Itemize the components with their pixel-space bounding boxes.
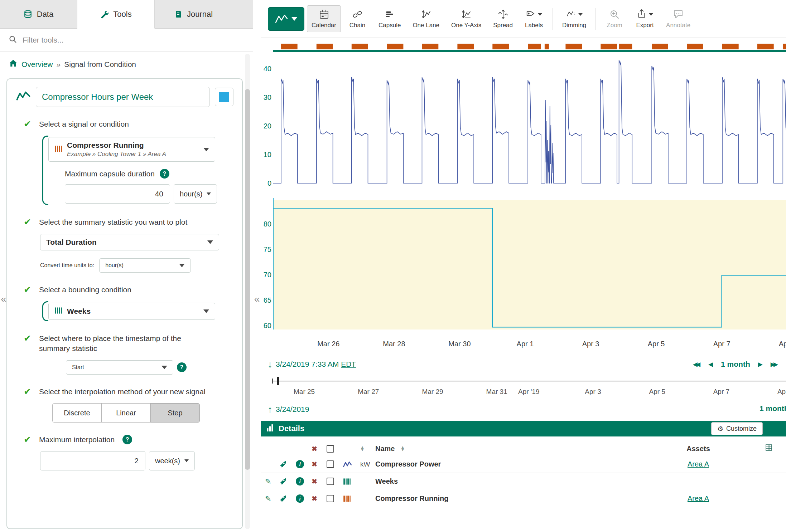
tool-title-box[interactable]: Compressor Hours per Week (36, 87, 210, 107)
table-row[interactable]: ✎ i ✖ Weeks (261, 473, 786, 490)
toolbar-spread-button[interactable]: Spread (488, 5, 517, 32)
step-back-icon[interactable]: ◀◀ (693, 361, 700, 368)
rocket-icon[interactable] (279, 477, 296, 486)
chevron-down-icon (649, 13, 653, 16)
toolbar-labels-button[interactable]: Labels (520, 5, 548, 32)
color-picker-button[interactable] (215, 88, 233, 106)
timebar-track[interactable] (272, 381, 786, 381)
check-icon: ✔ (24, 119, 31, 129)
range-duration[interactable]: 1 month (721, 360, 750, 369)
bounding-condition-select[interactable]: Weeks (48, 303, 215, 320)
convert-units-value: hour(s) (105, 262, 124, 269)
sidebar-scrollbar[interactable] (245, 54, 250, 529)
range-navigation: ◀◀ ◀ 1 month ▶ ▶▶ (693, 360, 786, 369)
max-capsule-duration-input[interactable] (65, 184, 170, 204)
tab-journal[interactable]: Journal (155, 0, 232, 28)
spread-icon (498, 9, 508, 20)
max-interpolation-unit-select[interactable]: week(s) (149, 451, 195, 470)
asset-link[interactable]: Area A (688, 494, 709, 503)
investigate-timebar[interactable]: Mar 25Mar 27Mar 29Mar 31Apr '19Apr 3Apr … (261, 376, 786, 398)
edit-icon[interactable]: ✎ (265, 477, 271, 486)
asset-link[interactable]: Area A (688, 460, 709, 468)
home-icon[interactable] (9, 59, 18, 70)
investigate-range-start[interactable]: 3/24/2019 (276, 405, 309, 414)
tab-label: Journal (187, 10, 213, 19)
item-name: Compressor Running (375, 494, 645, 503)
chevron-down-icon (578, 13, 583, 16)
info-icon[interactable]: i (296, 477, 304, 485)
column-header-name[interactable]: Name (375, 445, 395, 453)
toolbar-dimming-button[interactable]: Dimming (558, 5, 591, 32)
edit-icon[interactable]: ✎ (265, 494, 271, 503)
timestamp-position-select[interactable]: Start (66, 360, 173, 375)
remove-icon[interactable]: ✖ (312, 460, 317, 468)
table-row[interactable]: i ✖ kW Compressor Power Area A (261, 456, 786, 473)
search-input[interactable] (23, 36, 244, 44)
tab-data[interactable]: Data (0, 0, 77, 28)
help-icon[interactable]: ? (177, 362, 187, 372)
toolbar-calendar-button[interactable]: Calendar (307, 5, 341, 32)
trend-view-dropdown[interactable] (268, 7, 304, 31)
signal-select[interactable]: Compressor Running Example » Cooling Tow… (48, 137, 215, 162)
table-row[interactable]: ✎ i ✖ Compressor Running (261, 490, 786, 507)
max-capsule-unit-select[interactable]: hour(s) (174, 184, 217, 204)
info-icon[interactable]: i (296, 460, 304, 468)
timestamp-position-value: Start (72, 364, 84, 371)
help-icon[interactable]: ? (160, 169, 169, 179)
pan-forward-icon[interactable]: ▶ (758, 361, 763, 368)
breadcrumb-overview-link[interactable]: Overview (21, 60, 53, 69)
trend-chart[interactable] (261, 42, 786, 196)
collapse-sidebar-icon[interactable]: « (253, 291, 261, 307)
sort-icon[interactable]: ▲▼ (360, 446, 365, 451)
remove-icon[interactable]: ✖ (312, 477, 317, 485)
row-checkbox[interactable] (327, 478, 334, 485)
toolbar-one-yaxis-button[interactable]: One Y-Axis (447, 5, 486, 32)
chevron-down-icon (203, 148, 209, 151)
investigate-range-duration[interactable]: 1 month (760, 404, 786, 413)
remove-all-icon[interactable]: ✖ (312, 445, 317, 453)
toolbar-capsule-button[interactable]: Capsule (374, 5, 405, 32)
toolbar-export-button[interactable]: Export (631, 5, 659, 32)
rocket-icon[interactable] (279, 494, 296, 503)
remove-icon[interactable]: ✖ (312, 494, 317, 503)
condition-icon (54, 145, 62, 154)
condition-icon (54, 307, 62, 316)
check-icon: ✔ (24, 217, 31, 227)
select-all-checkbox[interactable] (327, 445, 334, 453)
help-icon[interactable]: ? (122, 435, 132, 444)
preview-chart[interactable] (261, 196, 786, 332)
statistic-select[interactable]: Total Duration (40, 234, 219, 250)
scrollbar-thumb[interactable] (245, 89, 250, 470)
sort-icon[interactable]: ▲▼ (400, 446, 405, 451)
display-range-start[interactable]: 3/24/2019 7:33 AM EDT (276, 360, 356, 369)
toolbar-one-lane-button[interactable]: One Lane (408, 5, 444, 32)
rocket-icon[interactable] (279, 460, 296, 469)
pan-back-icon[interactable]: ◀ (708, 361, 713, 368)
timebar-handle[interactable] (277, 377, 279, 385)
add-column-icon[interactable] (765, 444, 773, 453)
customize-button[interactable]: ⚙ Customize (711, 422, 763, 435)
max-interpolation-input[interactable] (40, 451, 145, 470)
interp-discrete-button[interactable]: Discrete (52, 403, 102, 423)
row-checkbox[interactable] (327, 495, 334, 502)
arrow-down-icon: ↓ (264, 359, 276, 370)
column-header-assets[interactable]: Assets (686, 445, 710, 453)
details-chart-icon (266, 424, 274, 433)
toolbar-annotate-button: Annotate (661, 5, 695, 32)
display-range-row: ↓ 3/24/2019 7:33 AM EDT ◀◀ ◀ 1 month ▶ ▶… (261, 357, 786, 371)
row-checkbox[interactable] (327, 460, 334, 468)
tab-label: Data (37, 10, 53, 19)
unit-value: week(s) (155, 457, 180, 465)
breadcrumb-current: Signal from Condition (64, 60, 136, 69)
convert-units-select[interactable]: hour(s) (99, 258, 191, 273)
collapse-panel-icon[interactable]: « (0, 291, 7, 307)
toolbar-chain-button[interactable]: Chain (343, 5, 371, 32)
interp-step-button[interactable]: Step (150, 403, 200, 423)
info-icon[interactable]: i (296, 494, 304, 503)
condition-icon (343, 478, 360, 485)
interp-linear-button[interactable]: Linear (101, 403, 151, 423)
step-forward-icon[interactable]: ▶▶ (771, 361, 778, 368)
details-table-header: ✖ ▲▼ Name ▲▼ Assets (261, 441, 786, 456)
timebar-start-tick (272, 379, 273, 384)
tab-tools[interactable]: Tools (77, 0, 155, 29)
